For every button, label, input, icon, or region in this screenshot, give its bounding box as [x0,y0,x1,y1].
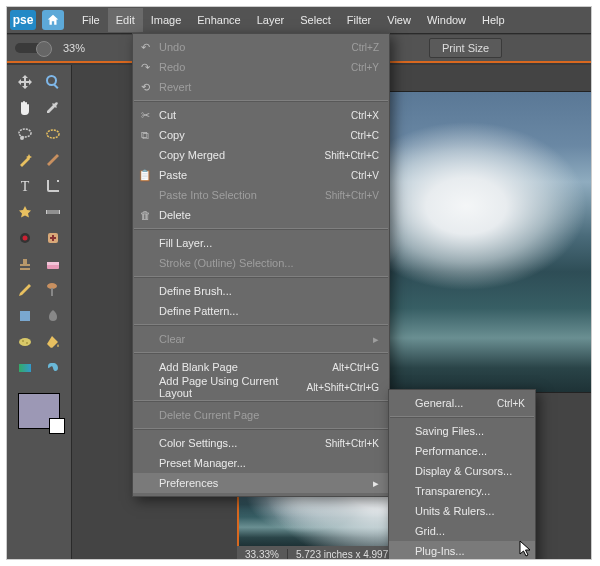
menu-view[interactable]: View [379,8,419,32]
wand-icon [17,152,33,168]
menu-window[interactable]: Window [419,8,474,32]
tool-brush[interactable] [40,148,66,172]
pref-menu-grid[interactable]: Grid... [389,521,535,541]
tool-paint[interactable] [40,278,66,302]
edit-menu-delete[interactable]: 🗑Delete [133,205,389,225]
edit-menu-paste[interactable]: 📋PasteCtrl+V [133,165,389,185]
tool-redeye[interactable] [12,226,38,250]
tool-type[interactable]: T [12,174,38,198]
app-logo[interactable]: pse [10,10,36,30]
stamp-icon [17,256,33,272]
cookie-icon [17,204,33,220]
smudge-icon [45,308,61,324]
menu-edit[interactable]: Edit [108,8,143,32]
svg-text:T: T [21,179,30,194]
tool-pencil[interactable] [12,278,38,302]
svg-rect-14 [20,311,30,321]
edit-menu-define-pattern[interactable]: Define Pattern... [133,301,389,321]
color-swatch[interactable] [18,393,60,429]
pref-menu-transparency[interactable]: Transparency... [389,481,535,501]
edit-menu-stroke-outline-selection: Stroke (Outline) Selection... [133,253,389,273]
tool-sponge[interactable] [12,330,38,354]
svg-point-8 [23,236,28,241]
svg-point-3 [20,136,24,140]
straighten-icon [45,204,61,220]
pencil-icon [17,282,33,298]
tool-custom[interactable] [40,356,66,380]
edit-menu-clear: Clear▸ [133,329,389,349]
menu-enhance[interactable]: Enhance [189,8,248,32]
eraser-icon [45,256,61,272]
hand-icon [17,100,33,116]
home-button[interactable] [42,10,64,30]
edit-menu-copy-merged[interactable]: Copy MergedShift+Ctrl+C [133,145,389,165]
menu-layer[interactable]: Layer [249,8,293,32]
tool-heal[interactable] [40,226,66,250]
tool-move[interactable] [12,70,38,94]
eyedropper-icon [45,100,61,116]
print-size-button[interactable]: Print Size [429,38,502,58]
menu-select[interactable]: Select [292,8,339,32]
menu-file[interactable]: File [74,8,108,32]
menu-help[interactable]: Help [474,8,513,32]
edit-menu-cut[interactable]: ✂CutCtrl+X [133,105,389,125]
tool-wand[interactable] [12,148,38,172]
home-icon [46,13,60,27]
tool-zoom[interactable] [40,70,66,94]
tool-cookie[interactable] [12,200,38,224]
tool-stamp[interactable] [12,252,38,276]
pref-menu-units-rulers[interactable]: Units & Rulers... [389,501,535,521]
menu-image[interactable]: Image [143,8,190,32]
svg-point-16 [22,340,24,342]
mouse-cursor [519,540,533,560]
tool-shape[interactable] [12,304,38,328]
edit-menu-add-page-using-current-layout[interactable]: Add Page Using Current LayoutAlt+Shift+C… [133,377,389,397]
pref-menu-general[interactable]: General...Ctrl+K [389,393,535,413]
pref-menu-performance[interactable]: Performance... [389,441,535,461]
edit-menu-preferences[interactable]: Preferences▸ [133,473,389,493]
tool-smudge[interactable] [40,304,66,328]
edit-menu-add-blank-page[interactable]: Add Blank PageAlt+Ctrl+G [133,357,389,377]
edit-menu-redo: ↷RedoCtrl+Y [133,57,389,77]
tool-bucket[interactable] [40,330,66,354]
custom-icon [45,360,61,376]
zoom-slider[interactable] [15,43,49,53]
zoom-icon [45,74,61,90]
edit-menu-define-brush[interactable]: Define Brush... [133,281,389,301]
heal-icon [45,230,61,246]
marquee-icon [45,126,61,142]
preferences-submenu: General...Ctrl+KSaving Files...Performan… [388,389,536,560]
tool-crop[interactable] [40,174,66,198]
brush-icon [45,152,61,168]
edit-menu-fill-layer[interactable]: Fill Layer... [133,233,389,253]
edit-menu-undo: ↶UndoCtrl+Z [133,37,389,57]
menu-filter[interactable]: Filter [339,8,379,32]
type-icon: T [17,178,33,194]
pref-menu-saving-files[interactable]: Saving Files... [389,421,535,441]
edit-menu-delete-current-page: Delete Current Page [133,405,389,425]
svg-point-4 [47,130,59,138]
svg-point-15 [19,338,31,346]
svg-point-2 [19,129,31,137]
edit-menu-copy[interactable]: ⧉CopyCtrl+C [133,125,389,145]
status-zoom: 33.33% [237,549,288,560]
sponge-icon [17,334,33,350]
edit-menu-dropdown: ↶UndoCtrl+Z↷RedoCtrl+Y⟲Revert✂CutCtrl+X⧉… [132,33,390,497]
tool-marquee[interactable] [40,122,66,146]
pref-menu-display-cursors[interactable]: Display & Cursors... [389,461,535,481]
zoom-value: 33% [63,42,85,54]
gradient-icon [17,360,33,376]
tool-eyedropper[interactable] [40,96,66,120]
edit-menu-color-settings[interactable]: Color Settings...Shift+Ctrl+K [133,433,389,453]
tool-gradient[interactable] [12,356,38,380]
pref-menu-plug-ins[interactable]: Plug-Ins... [389,541,535,560]
edit-menu-paste-into-selection: Paste Into SelectionShift+Ctrl+V [133,185,389,205]
tool-hand[interactable] [12,96,38,120]
menubar: pse FileEditImageEnhanceLayerSelectFilte… [7,7,591,34]
tool-lasso[interactable] [12,122,38,146]
edit-menu-preset-manager[interactable]: Preset Manager... [133,453,389,473]
tool-eraser[interactable] [40,252,66,276]
svg-rect-11 [47,262,59,265]
tool-straighten[interactable] [40,200,66,224]
paint-icon [45,282,61,298]
